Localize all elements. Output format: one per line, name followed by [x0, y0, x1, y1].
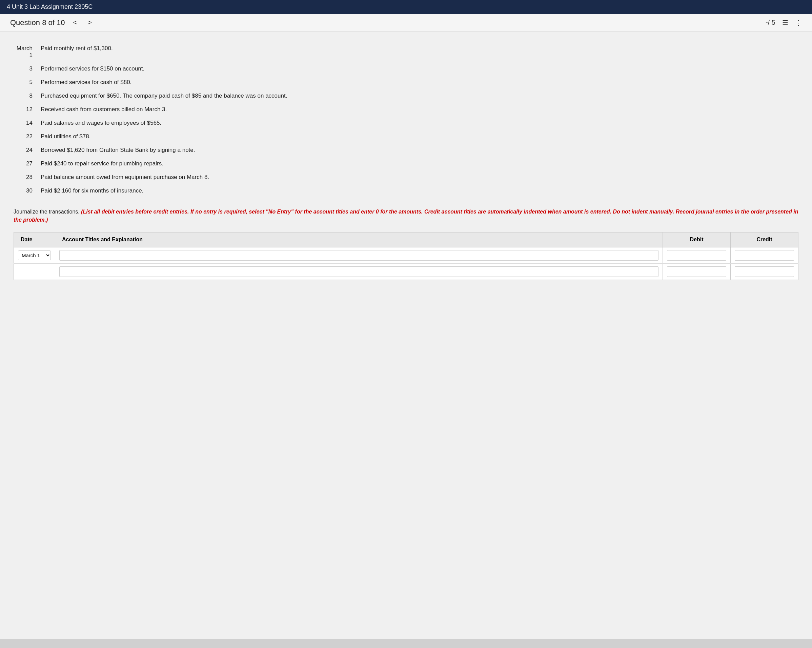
transaction-row: 5 Performed services for cash of $80.: [14, 76, 798, 89]
menu-icon[interactable]: ☰: [782, 18, 788, 27]
debit-cell-empty: [663, 264, 731, 280]
date-cell: March 1 March 3 March 5 March 8 March 12…: [14, 247, 55, 264]
date-select[interactable]: March 1 March 3 March 5 March 8 March 12…: [18, 251, 51, 260]
header-right: -/ 5 ☰ ⋮: [766, 18, 802, 27]
question-header: Question 8 of 10 < > -/ 5 ☰ ⋮: [0, 14, 812, 32]
transaction-date: 14: [14, 120, 41, 127]
date-cell-inner: March 1 March 3 March 5 March 8 March 12…: [18, 251, 51, 260]
more-icon[interactable]: ⋮: [795, 18, 802, 27]
col-header-debit: Debit: [663, 232, 731, 248]
debit-input-2[interactable]: [667, 266, 726, 277]
credit-cell: [731, 247, 798, 264]
transaction-date: 27: [14, 160, 41, 167]
transaction-description: Paid $2,160 for six months of insurance.: [41, 187, 798, 194]
title-text: 4 Unit 3 Lab Assignment 2305C: [7, 3, 93, 10]
transaction-description: Paid monthly rent of $1,300.: [41, 45, 798, 52]
transactions-list: March 1 Paid monthly rent of $1,300. 3 P…: [14, 42, 798, 197]
account-cell-empty: [55, 264, 663, 280]
debit-input[interactable]: [667, 250, 726, 261]
question-title: Question 8 of 10: [10, 18, 65, 27]
transaction-description: Performed services for $150 on account.: [41, 66, 798, 72]
account-input-2[interactable]: [59, 266, 658, 277]
transaction-row: 3 Performed services for $150 on account…: [14, 62, 798, 76]
transaction-date: 24: [14, 147, 41, 154]
question-nav: Question 8 of 10 < >: [10, 18, 95, 27]
table-row: March 1 March 3 March 5 March 8 March 12…: [14, 247, 798, 264]
transaction-description: Paid utilities of $78.: [41, 133, 798, 140]
transaction-row: 8 Purchased equipment for $650. The comp…: [14, 89, 798, 103]
table-header-row: Date Account Titles and Explanation Debi…: [14, 232, 798, 248]
transaction-row: 28 Paid balance amount owed from equipme…: [14, 170, 798, 184]
date-cell-empty: [14, 264, 55, 280]
debit-cell: [663, 247, 731, 264]
transaction-row: 24 Borrowed $1,620 from Grafton State Ba…: [14, 144, 798, 157]
credit-input[interactable]: [735, 250, 794, 261]
next-button[interactable]: >: [85, 18, 95, 27]
table-row-2: [14, 264, 798, 280]
transaction-date: 3: [14, 66, 41, 72]
transaction-description: Borrowed $1,620 from Grafton State Bank …: [41, 147, 798, 154]
transaction-date: 22: [14, 133, 41, 140]
transaction-row: 12 Received cash from customers billed o…: [14, 103, 798, 116]
transaction-date: 8: [14, 93, 41, 99]
transaction-row: 22 Paid utilities of $78.: [14, 130, 798, 144]
transaction-row: 27 Paid $240 to repair service for plumb…: [14, 157, 798, 170]
transaction-date: 5: [14, 79, 41, 86]
credit-input-2[interactable]: [735, 266, 794, 277]
transaction-description: Performed services for cash of $80.: [41, 79, 798, 86]
transaction-description: Purchased equipment for $650. The compan…: [41, 93, 798, 99]
col-header-credit: Credit: [731, 232, 798, 248]
account-input[interactable]: [59, 250, 658, 261]
transaction-description: Received cash from customers billed on M…: [41, 106, 798, 113]
transaction-date: 30: [14, 187, 41, 194]
transaction-row: 30 Paid $2,160 for six months of insuran…: [14, 184, 798, 197]
instructions-italic: (List all debit entries before credit en…: [14, 209, 798, 223]
col-header-date: Date: [14, 232, 55, 248]
instructions-static: Journalize the transactions.: [14, 209, 81, 214]
journal-table: Date Account Titles and Explanation Debi…: [14, 232, 798, 280]
title-bar: 4 Unit 3 Lab Assignment 2305C: [0, 0, 812, 14]
transaction-description: Paid $240 to repair service for plumbing…: [41, 160, 798, 167]
transaction-description: Paid salaries and wages to employees of …: [41, 120, 798, 127]
transaction-date: 28: [14, 174, 41, 180]
instructions: Journalize the transactions. (List all d…: [14, 208, 798, 224]
account-cell: [55, 247, 663, 264]
transaction-description: Paid balance amount owed from equipment …: [41, 174, 798, 180]
transaction-row: 14 Paid salaries and wages to employees …: [14, 116, 798, 130]
score-display: -/ 5: [766, 18, 775, 26]
transaction-date: 12: [14, 106, 41, 113]
credit-cell-empty: [731, 264, 798, 280]
transaction-date: March 1: [14, 45, 41, 59]
col-header-account: Account Titles and Explanation: [55, 232, 663, 248]
prev-button[interactable]: <: [70, 18, 79, 27]
main-content: March 1 Paid monthly rent of $1,300. 3 P…: [0, 32, 812, 639]
transaction-row: March 1 Paid monthly rent of $1,300.: [14, 42, 798, 62]
